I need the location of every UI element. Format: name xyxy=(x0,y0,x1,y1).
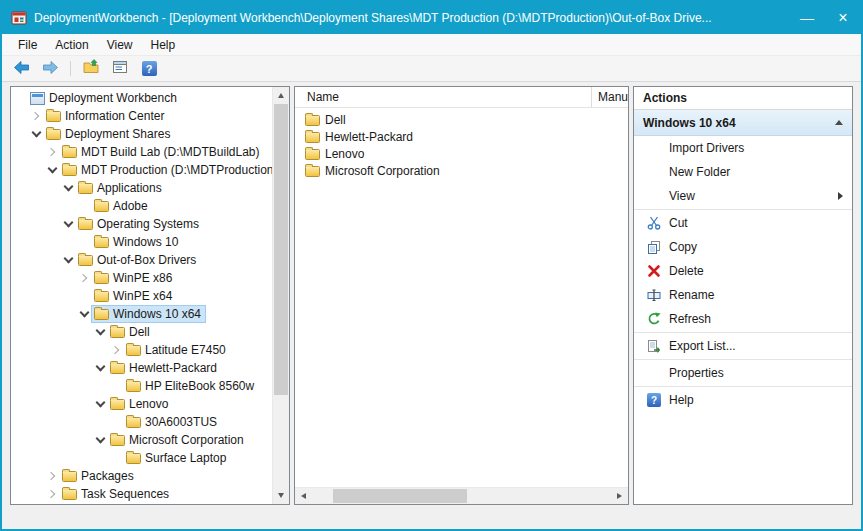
chevron-expanded-icon[interactable] xyxy=(29,127,43,141)
folder-icon xyxy=(126,381,141,392)
folder-icon xyxy=(305,132,320,143)
tree-item[interactable]: Latitude E7450 xyxy=(11,341,272,359)
action-item-copy[interactable]: Copy xyxy=(634,235,852,259)
menu-item-action[interactable]: Action xyxy=(46,38,97,52)
chevron-collapsed-icon[interactable] xyxy=(45,487,59,501)
scrollbar-thumb[interactable] xyxy=(333,489,468,503)
tree-item[interactable]: Information Center xyxy=(11,107,272,125)
separator xyxy=(634,359,852,360)
triangle-right-icon xyxy=(617,493,622,499)
help-button[interactable]: ? xyxy=(138,59,160,79)
action-item-help[interactable]: ?Help xyxy=(634,388,852,412)
chevron-expanded-icon[interactable] xyxy=(93,325,107,339)
chevron-expanded-icon[interactable] xyxy=(93,361,107,375)
chevron-collapsed-icon[interactable] xyxy=(45,469,59,483)
list-item[interactable]: Hewlett-Packard xyxy=(295,128,628,145)
action-item-import-drivers[interactable]: Import Drivers xyxy=(634,136,852,160)
chevron-expanded-icon[interactable] xyxy=(61,181,75,195)
app-window: DeploymentWorkbench - [Deployment Workbe… xyxy=(0,0,863,531)
tree-item[interactable]: Packages xyxy=(11,467,272,485)
list-item[interactable]: Lenovo xyxy=(295,145,628,162)
list-item[interactable]: Microsoft Corporation xyxy=(295,162,628,179)
tree-item[interactable]: MDT Build Lab (D:\MDTBuildLab) xyxy=(11,143,272,161)
scroll-down-button[interactable] xyxy=(273,487,289,504)
tree-item[interactable]: Lenovo xyxy=(11,395,272,413)
minimize-button[interactable]: — xyxy=(789,2,825,34)
tree-item[interactable]: WinPE x64 xyxy=(11,287,272,305)
scrollbar-track[interactable] xyxy=(312,488,611,504)
menu-item-file[interactable]: File xyxy=(9,38,46,52)
column-header-name[interactable]: Name xyxy=(295,87,592,107)
tree-vertical-scrollbar[interactable] xyxy=(272,87,289,504)
action-item-new-folder[interactable]: New Folder xyxy=(634,160,852,184)
scroll-right-button[interactable] xyxy=(611,488,628,504)
chevron-expanded-icon[interactable] xyxy=(61,217,75,231)
tree-item[interactable]: Microsoft Corporation xyxy=(11,431,272,449)
tree-item[interactable]: Out-of-Box Drivers xyxy=(11,251,272,269)
tree-item[interactable]: WinPE x86 xyxy=(11,269,272,287)
chevron-expanded-icon[interactable] xyxy=(61,253,75,267)
tree-item[interactable]: 30A6003TUS xyxy=(11,413,272,431)
tree-item[interactable]: Adobe xyxy=(11,197,272,215)
chevron-expanded-icon[interactable] xyxy=(93,433,107,447)
back-button[interactable] xyxy=(10,59,32,79)
tree-item-content: MDT Build Lab (D:\MDTBuildLab) xyxy=(59,143,265,161)
chevron-collapsed-icon[interactable] xyxy=(77,271,91,285)
chevron-collapsed-icon[interactable] xyxy=(29,109,43,123)
action-item-refresh[interactable]: Refresh xyxy=(634,307,852,331)
scroll-left-button[interactable] xyxy=(295,488,312,504)
up-one-level-button[interactable] xyxy=(80,59,102,79)
export-list-button[interactable] xyxy=(109,59,131,79)
tree-item-label: 30A6003TUS xyxy=(145,415,217,429)
tree-item[interactable]: Dell xyxy=(11,323,272,341)
chevron-spacer xyxy=(109,379,123,393)
forward-button[interactable] xyxy=(39,59,61,79)
actions-group-header[interactable]: Windows 10 x64 xyxy=(634,110,852,136)
close-button[interactable]: × xyxy=(825,2,861,34)
tree-item[interactable]: Surface Laptop xyxy=(11,449,272,467)
scrollbar-thumb[interactable] xyxy=(274,104,288,395)
tree-item[interactable]: Windows 10 xyxy=(11,233,272,251)
cut-icon xyxy=(647,216,669,230)
action-item-rename[interactable]: Rename xyxy=(634,283,852,307)
tree-item[interactable]: MDT Production (D:\MDTProduction) xyxy=(11,161,272,179)
tree-item[interactable]: Windows 10 x64 xyxy=(11,305,272,323)
tree-item[interactable]: Deployment Shares xyxy=(11,125,272,143)
tree-item[interactable]: HP EliteBook 8560w xyxy=(11,377,272,395)
folder-icon xyxy=(110,363,125,374)
tree-pane: Deployment WorkbenchInformation CenterDe… xyxy=(10,86,290,505)
folder-icon xyxy=(62,471,77,482)
column-header-manufacturer[interactable]: Manu xyxy=(592,87,628,107)
tree-item[interactable]: Task Sequences xyxy=(11,485,272,503)
action-item-view[interactable]: View xyxy=(634,184,852,208)
folder-icon xyxy=(126,345,141,356)
folder-icon xyxy=(94,237,109,248)
scroll-up-button[interactable] xyxy=(273,87,289,104)
chevron-spacer xyxy=(109,451,123,465)
menu-item-view[interactable]: View xyxy=(98,38,142,52)
collapse-chevron-icon[interactable] xyxy=(835,120,843,125)
tree-item[interactable]: Applications xyxy=(11,179,272,197)
action-item-delete[interactable]: Delete xyxy=(634,259,852,283)
action-item-properties[interactable]: Properties xyxy=(634,361,852,385)
tree-item[interactable]: Hewlett-Packard xyxy=(11,359,272,377)
tree-item[interactable]: Operating Systems xyxy=(11,215,272,233)
action-item-label: Delete xyxy=(669,264,704,278)
scrollbar-track[interactable] xyxy=(273,104,289,487)
chevron-expanded-icon[interactable] xyxy=(45,163,59,177)
tree-item-content: Latitude E7450 xyxy=(123,341,231,359)
menu-item-help[interactable]: Help xyxy=(142,38,185,52)
chevron-expanded-icon[interactable] xyxy=(77,307,91,321)
export-icon xyxy=(647,339,669,353)
chevron-collapsed-icon[interactable] xyxy=(109,343,123,357)
action-item-cut[interactable]: Cut xyxy=(634,211,852,235)
list-horizontal-scrollbar[interactable] xyxy=(295,487,628,504)
folder-icon xyxy=(62,165,77,176)
action-item-export-list[interactable]: Export List... xyxy=(634,334,852,358)
tree-item-content: WinPE x64 xyxy=(91,287,177,305)
tree-item-content: Microsoft Corporation xyxy=(107,431,249,449)
chevron-collapsed-icon[interactable] xyxy=(45,145,59,159)
tree-item[interactable]: Deployment Workbench xyxy=(11,89,272,107)
chevron-expanded-icon[interactable] xyxy=(93,397,107,411)
list-item[interactable]: Dell xyxy=(295,111,628,128)
